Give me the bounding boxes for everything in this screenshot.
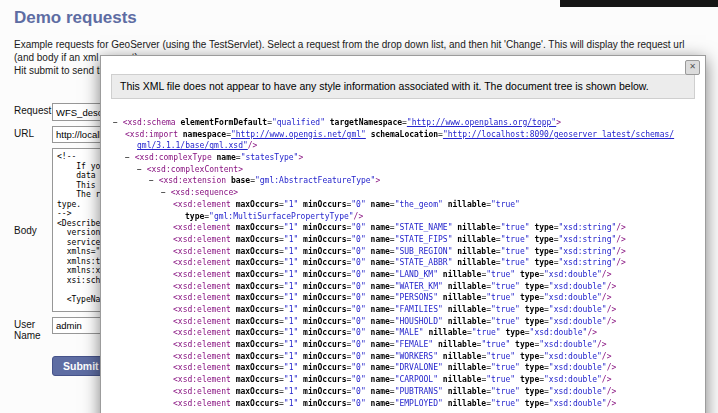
xml-token: nillable — [448, 282, 487, 291]
xml-token: maxOccurs — [236, 352, 279, 361]
xml-token: minOccurs — [303, 305, 346, 314]
xml-token: nillable — [428, 328, 467, 337]
xml-token: "SUB_REGION" — [395, 247, 453, 256]
xml-token: "0" — [351, 223, 365, 232]
xml-token: namespace — [183, 130, 226, 139]
xml-token: "gml:MultiSurfacePropertyType" — [209, 212, 354, 221]
xml-token: "true" — [491, 200, 520, 209]
xml-token: minOccurs — [303, 223, 346, 232]
xml-token: nillable — [448, 305, 487, 314]
xml-token: "1" — [284, 375, 298, 384]
xml-token: "true" — [486, 375, 515, 384]
collapse-toggle[interactable]: − — [137, 165, 147, 174]
xml-line: <xsd:element maxOccurs="1" minOccurs="0"… — [113, 386, 701, 398]
xml-token: maxOccurs — [236, 387, 279, 396]
xml-token: "true" — [501, 235, 530, 244]
xml-token: maxOccurs — [236, 399, 279, 408]
xml-token: type — [525, 317, 544, 326]
xml-token: "xsd:double" — [544, 293, 602, 302]
xml-token: name — [371, 317, 390, 326]
xml-token: maxOccurs — [236, 293, 279, 302]
xml-token: name — [371, 375, 390, 384]
xml-token: "qualified" — [272, 118, 325, 127]
xml-token: "true" — [481, 340, 510, 349]
xml-link[interactable]: "http://www.opengis.net/gml" — [231, 130, 366, 139]
collapse-toggle[interactable]: − — [161, 188, 171, 197]
xml-tag: <xsd:element — [173, 363, 236, 372]
xml-line: <xsd:element maxOccurs="1" minOccurs="0"… — [113, 351, 701, 363]
xml-line: <xsd:element maxOccurs="1" minOccurs="0"… — [113, 292, 701, 304]
xml-line: gml/3.1.1/base/gml.xsd"/> — [113, 140, 701, 152]
xml-line: − <xsd:extension base="gml:AbstractFeatu… — [113, 175, 701, 187]
xml-token: type — [505, 328, 524, 337]
xml-link[interactable]: "http://www.openplans.org/topp" — [407, 118, 556, 127]
xml-token: "0" — [351, 363, 365, 372]
xml-link[interactable]: "http://localhost:8090/geoserver_latest/… — [443, 130, 674, 139]
xml-token: base — [231, 176, 250, 185]
xml-tag: /> — [607, 363, 617, 372]
xml-token: "0" — [351, 317, 365, 326]
xml-token: "CARPOOL" — [395, 375, 438, 384]
xml-line: <xsd:element maxOccurs="1" minOccurs="0"… — [113, 374, 701, 386]
xml-line: <xsd:element maxOccurs="1" minOccurs="0"… — [113, 257, 701, 269]
xml-line: <xsd:element maxOccurs="1" minOccurs="0"… — [113, 222, 701, 234]
collapse-toggle[interactable]: − — [149, 176, 159, 185]
xml-tag: <xsd:element — [173, 223, 236, 232]
xml-token: "MALE" — [395, 328, 424, 337]
xml-token: nillable — [443, 293, 482, 302]
xml-link[interactable]: gml/3.1.1/base/gml.xsd" — [137, 141, 248, 150]
xml-token: "true" — [486, 270, 515, 279]
xml-token: maxOccurs — [236, 270, 279, 279]
xml-token: name — [371, 399, 390, 408]
xml-line: <xsd:element maxOccurs="1" minOccurs="0"… — [113, 339, 701, 351]
xml-tag: <xsd:element — [173, 340, 236, 349]
xml-token: "STATE_FIPS" — [395, 235, 453, 244]
xml-token: "0" — [351, 247, 365, 256]
xml-token: "xsd:double" — [539, 340, 597, 349]
xml-tag: > — [375, 176, 380, 185]
xml-token: nillable — [457, 258, 496, 267]
xml-token: nillable — [457, 235, 496, 244]
xml-token: elementFormDefault — [180, 118, 267, 127]
xml-token: minOccurs — [303, 387, 346, 396]
xml-token: "xsd:double" — [549, 387, 607, 396]
xml-token: "PUBTRANS" — [395, 387, 443, 396]
collapse-toggle[interactable]: − — [113, 118, 123, 127]
xml-token: "1" — [284, 293, 298, 302]
xml-token: type — [534, 247, 553, 256]
xml-token: "1" — [284, 317, 298, 326]
xml-token: maxOccurs — [236, 200, 279, 209]
xml-token: targetNamespace — [330, 118, 402, 127]
xml-tag: /> — [607, 317, 617, 326]
xml-token: "EMPLOYED" — [395, 399, 443, 408]
xml-line: <xsd:element maxOccurs="1" minOccurs="0"… — [113, 362, 701, 374]
xml-token: nillable — [448, 399, 487, 408]
username-label: User Name — [14, 317, 52, 341]
xml-token: maxOccurs — [236, 258, 279, 267]
xml-token: minOccurs — [303, 282, 346, 291]
xml-tag: /> — [607, 305, 617, 314]
xml-token: "0" — [351, 340, 365, 349]
xml-token: "true" — [501, 258, 530, 267]
xml-token: "0" — [351, 282, 365, 291]
xml-token: "LAND_KM" — [395, 270, 438, 279]
xml-token: "0" — [351, 387, 365, 396]
xml-tag: /> — [597, 340, 607, 349]
collapse-toggle[interactable]: − — [125, 153, 135, 162]
xml-token: type — [520, 352, 539, 361]
xml-token: type — [520, 293, 539, 302]
xml-token: minOccurs — [303, 399, 346, 408]
xml-tag: <xsd:element — [173, 270, 236, 279]
xml-result-window: ✕ This XML file does not appear to have … — [100, 55, 706, 413]
xml-token: "DRVALONE" — [395, 363, 443, 372]
xml-token: maxOccurs — [236, 223, 279, 232]
xml-tag: /> — [602, 293, 612, 302]
xml-token: minOccurs — [303, 317, 346, 326]
xml-token: name — [371, 340, 390, 349]
xml-token: "true" — [491, 282, 520, 291]
xml-tree: − <xsd:schema elementFormDefault="qualif… — [101, 99, 705, 409]
xml-token: "true" — [501, 223, 530, 232]
xml-tag: <xsd:complexContent> — [147, 165, 243, 174]
close-icon[interactable]: ✕ — [685, 60, 700, 75]
xml-tag: <xsd:element — [173, 293, 236, 302]
